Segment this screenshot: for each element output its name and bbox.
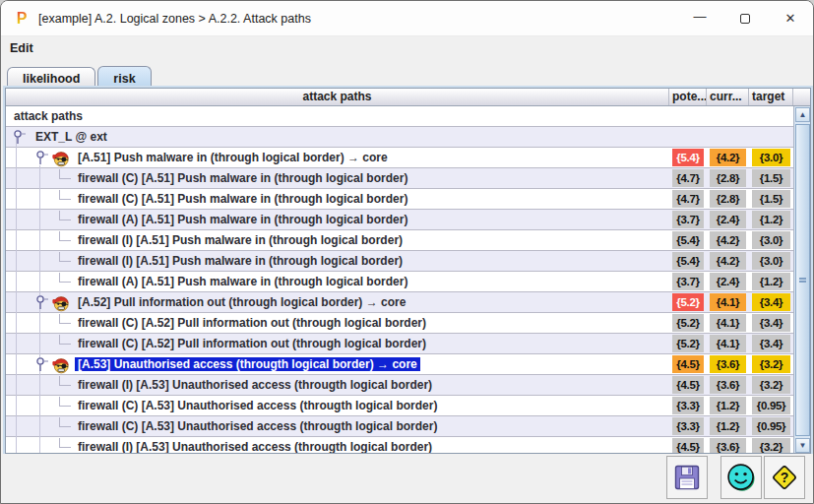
floppy-disk-icon	[673, 464, 701, 491]
table-row[interactable]: [A.52] Pull information out (through log…	[6, 292, 810, 313]
risk-value: {1.2}	[710, 397, 746, 414]
risk-value: {1.5}	[752, 169, 790, 187]
potential-value-cell: {5.4}	[669, 230, 707, 250]
save-button[interactable]	[666, 456, 708, 499]
current-value-cell: {4.1}	[707, 334, 749, 353]
tree-expander-icon[interactable]	[34, 294, 50, 312]
tree-node-label[interactable]: firewall (I) [A.53] Unauthorised access …	[75, 440, 435, 454]
tree-node-label[interactable]: attack paths	[11, 109, 86, 123]
potential-value-cell: {5.2}	[669, 292, 707, 312]
tree-node-label[interactable]: firewall (A) [A.51] Push malware in (thr…	[75, 275, 410, 288]
table-row[interactable]: firewall (I) [A.51] Push malware in (thr…	[6, 251, 810, 272]
table-row[interactable]: [A.53] Unauthorised access (througth log…	[6, 354, 810, 375]
current-value-cell: {2.4}	[707, 272, 749, 291]
table-row[interactable]: firewall (C) [A.51] Push malware in (thr…	[6, 189, 810, 210]
app-window: P [example] A.2. Logical zones > A.2.2. …	[0, 0, 814, 504]
risk-value: {4.2}	[710, 149, 746, 166]
risk-value: {4.1}	[710, 314, 746, 332]
current-value-cell: {4.1}	[707, 313, 749, 333]
tree-expander-icon[interactable]	[34, 150, 50, 167]
close-button[interactable]: ✕	[768, 1, 813, 35]
tree-node-label[interactable]: firewall (A) [A.51] Push malware in (thr…	[75, 213, 410, 226]
tree-node-label[interactable]: EXT_L @ ext	[32, 130, 110, 144]
table-row[interactable]: firewall (A) [A.51] Push malware in (thr…	[6, 272, 810, 292]
potential-value-cell: {4.7}	[669, 168, 707, 188]
column-header-attack-paths[interactable]: attack paths	[6, 89, 669, 105]
table-row[interactable]: [A.51] Push malware in (through logical …	[6, 148, 810, 168]
tab-likelihood[interactable]: likelihood	[7, 67, 95, 89]
tree-node-label[interactable]: firewall (C) [A.51] Push malware in (thr…	[75, 171, 410, 185]
tree-cell: firewall (C) [A.51] Push malware in (thr…	[6, 168, 669, 188]
tree-expander-icon[interactable]	[12, 129, 28, 147]
question-mark-icon: ?	[769, 462, 800, 493]
table-row[interactable]: EXT_L @ ext	[6, 127, 810, 148]
potential-value-cell: {3.3}	[669, 396, 707, 415]
smiley-icon	[725, 462, 757, 493]
table-row[interactable]: firewall (A) [A.51] Push malware in (thr…	[6, 210, 810, 230]
risk-value: {3.6}	[710, 355, 746, 373]
column-header-target[interactable]: target	[749, 89, 793, 105]
risk-value: {2.8}	[710, 169, 746, 187]
help-button[interactable]: ?	[764, 456, 805, 499]
risk-value: {1.2}	[710, 417, 746, 435]
tree-node-label[interactable]: [A.51] Push malware in (through logical …	[75, 151, 391, 164]
target-value-cell: {3.2}	[749, 375, 793, 395]
risk-value: {4.2}	[710, 252, 746, 270]
risk-value: {3.6}	[710, 376, 746, 394]
tree-node-label[interactable]: [A.52] Pull information out (through log…	[75, 295, 408, 309]
maximize-button[interactable]	[722, 1, 768, 35]
table-row[interactable]: firewall (I) [A.53] Unauthorised access …	[6, 375, 810, 396]
table-row[interactable]: attack paths	[6, 106, 810, 127]
table-row[interactable]: firewall (C) [A.53] Unauthorised access …	[6, 416, 810, 437]
table-row[interactable]: firewall (C) [A.52] Pull information out…	[6, 334, 810, 354]
risk-value: {3.7}	[672, 211, 704, 228]
tree-node-label[interactable]: firewall (C) [A.53] Unauthorised access …	[75, 399, 440, 412]
table-row[interactable]: firewall (C) [A.53] Unauthorised access …	[6, 396, 810, 416]
column-header-current[interactable]: curr...	[707, 89, 749, 105]
tree-node-label[interactable]: firewall (C) [A.52] Pull information out…	[75, 316, 429, 330]
tree-cell: firewall (C) [A.53] Unauthorised access …	[6, 416, 669, 436]
tree-node-label[interactable]: firewall (I) [A.53] Unauthorised access …	[75, 378, 435, 392]
tree-node-label-selected[interactable]: [A.53] Unauthorised access (througth log…	[75, 357, 420, 371]
target-value-cell: {3.4}	[749, 292, 793, 312]
tree-node-label[interactable]: firewall (I) [A.51] Push malware in (thr…	[75, 254, 406, 268]
table-row[interactable]: firewall (I) [A.53] Unauthorised access …	[6, 437, 810, 454]
scroll-up-button[interactable]: ▲	[795, 107, 810, 122]
tree-cell: firewall (I) [A.53] Unauthorised access …	[6, 375, 669, 395]
table-row[interactable]: firewall (I) [A.51] Push malware in (thr…	[6, 230, 810, 251]
column-header-potential[interactable]: pote...	[669, 89, 707, 105]
tree-cell: [A.51] Push malware in (through logical …	[6, 148, 669, 167]
risk-value: {3.6}	[710, 438, 746, 454]
tree-elbow-connector	[59, 376, 71, 386]
current-value-cell: {4.2}	[707, 230, 749, 250]
menu-edit[interactable]: Edit	[1, 39, 42, 57]
table-row[interactable]: firewall (C) [A.51] Push malware in (thr…	[6, 168, 810, 189]
tree-cell: firewall (C) [A.53] Unauthorised access …	[6, 396, 669, 415]
risk-value: {3.4}	[752, 335, 790, 352]
tree-guide-line	[16, 137, 17, 454]
minimize-button[interactable]: —	[677, 1, 722, 35]
current-value-cell: {4.2}	[707, 148, 749, 167]
scroll-down-button[interactable]: ▼	[795, 438, 810, 453]
status-ok-button[interactable]	[720, 456, 762, 499]
tab-risk[interactable]: risk	[97, 66, 151, 89]
risk-value: {4.7}	[672, 169, 704, 187]
target-value-cell: {1.2}	[749, 210, 793, 229]
tree-node-label[interactable]: firewall (C) [A.52] Pull information out…	[75, 337, 429, 350]
tree-expander-icon[interactable]	[34, 356, 50, 374]
vertical-scrollbar[interactable]: ▲ ▼	[793, 106, 810, 454]
risk-value: {3.2}	[752, 438, 790, 454]
risk-value: {4.7}	[672, 190, 704, 208]
current-value-cell	[707, 106, 749, 126]
scrollbar-thumb[interactable]	[795, 124, 810, 436]
menubar: Edit	[1, 36, 813, 60]
tree-node-label[interactable]: firewall (I) [A.51] Push malware in (thr…	[75, 233, 406, 247]
risk-value: {5.4}	[672, 149, 704, 166]
tree-cell: attack paths	[6, 106, 669, 126]
tree-node-label[interactable]: firewall (C) [A.51] Push malware in (thr…	[75, 192, 410, 206]
tree-node-label[interactable]: firewall (C) [A.53] Unauthorised access …	[75, 419, 440, 433]
current-value-cell: {2.8}	[707, 189, 749, 209]
tree-cell: firewall (A) [A.51] Push malware in (thr…	[6, 210, 669, 229]
tree-cell: EXT_L @ ext	[6, 127, 669, 147]
table-row[interactable]: firewall (C) [A.52] Pull information out…	[6, 313, 810, 334]
